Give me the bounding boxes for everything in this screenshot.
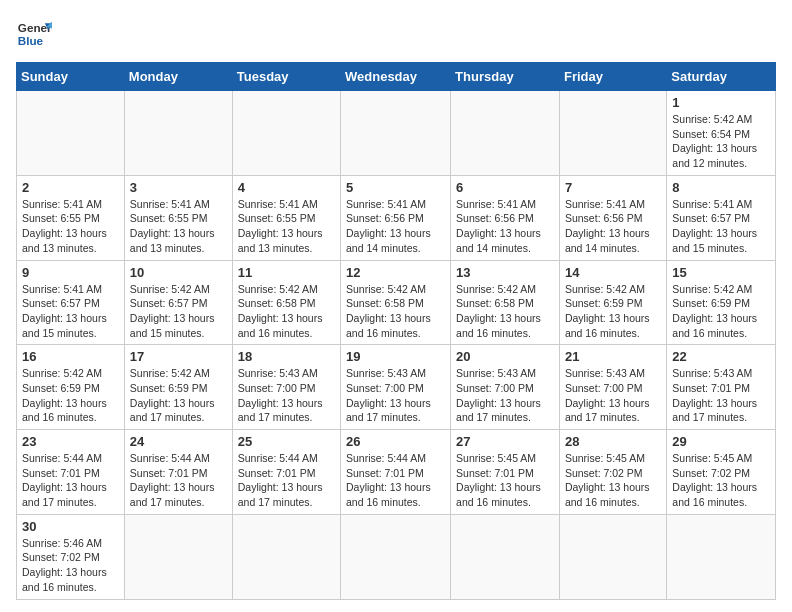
day-info: Sunrise: 5:46 AMSunset: 7:02 PMDaylight:… bbox=[22, 536, 119, 595]
calendar-cell: 1 Sunrise: 5:42 AMSunset: 6:54 PMDayligh… bbox=[667, 91, 776, 176]
day-info: Sunrise: 5:41 AMSunset: 6:57 PMDaylight:… bbox=[22, 282, 119, 341]
calendar-cell: 16 Sunrise: 5:42 AMSunset: 6:59 PMDaylig… bbox=[17, 345, 125, 430]
calendar-cell bbox=[667, 514, 776, 599]
day-info: Sunrise: 5:43 AMSunset: 7:01 PMDaylight:… bbox=[672, 366, 770, 425]
week-row-1: 2 Sunrise: 5:41 AMSunset: 6:55 PMDayligh… bbox=[17, 175, 776, 260]
weekday-header-sunday: Sunday bbox=[17, 63, 125, 91]
day-info: Sunrise: 5:42 AMSunset: 6:58 PMDaylight:… bbox=[346, 282, 445, 341]
calendar-cell bbox=[341, 91, 451, 176]
day-number: 4 bbox=[238, 180, 335, 195]
day-info: Sunrise: 5:44 AMSunset: 7:01 PMDaylight:… bbox=[238, 451, 335, 510]
day-number: 7 bbox=[565, 180, 661, 195]
day-number: 24 bbox=[130, 434, 227, 449]
day-info: Sunrise: 5:44 AMSunset: 7:01 PMDaylight:… bbox=[22, 451, 119, 510]
day-info: Sunrise: 5:45 AMSunset: 7:01 PMDaylight:… bbox=[456, 451, 554, 510]
calendar-cell: 4 Sunrise: 5:41 AMSunset: 6:55 PMDayligh… bbox=[232, 175, 340, 260]
day-number: 23 bbox=[22, 434, 119, 449]
week-row-5: 30 Sunrise: 5:46 AMSunset: 7:02 PMDaylig… bbox=[17, 514, 776, 599]
day-number: 19 bbox=[346, 349, 445, 364]
day-info: Sunrise: 5:43 AMSunset: 7:00 PMDaylight:… bbox=[238, 366, 335, 425]
day-info: Sunrise: 5:41 AMSunset: 6:56 PMDaylight:… bbox=[346, 197, 445, 256]
week-row-3: 16 Sunrise: 5:42 AMSunset: 6:59 PMDaylig… bbox=[17, 345, 776, 430]
day-number: 3 bbox=[130, 180, 227, 195]
day-info: Sunrise: 5:42 AMSunset: 6:54 PMDaylight:… bbox=[672, 112, 770, 171]
day-number: 2 bbox=[22, 180, 119, 195]
day-number: 16 bbox=[22, 349, 119, 364]
svg-text:General: General bbox=[18, 21, 52, 34]
calendar-cell: 27 Sunrise: 5:45 AMSunset: 7:01 PMDaylig… bbox=[451, 430, 560, 515]
weekday-header-wednesday: Wednesday bbox=[341, 63, 451, 91]
weekday-header-friday: Friday bbox=[559, 63, 666, 91]
weekday-header-tuesday: Tuesday bbox=[232, 63, 340, 91]
calendar-cell: 29 Sunrise: 5:45 AMSunset: 7:02 PMDaylig… bbox=[667, 430, 776, 515]
day-info: Sunrise: 5:41 AMSunset: 6:55 PMDaylight:… bbox=[238, 197, 335, 256]
calendar-table: SundayMondayTuesdayWednesdayThursdayFrid… bbox=[16, 62, 776, 600]
day-number: 12 bbox=[346, 265, 445, 280]
day-info: Sunrise: 5:43 AMSunset: 7:00 PMDaylight:… bbox=[456, 366, 554, 425]
day-info: Sunrise: 5:41 AMSunset: 6:55 PMDaylight:… bbox=[22, 197, 119, 256]
calendar-cell: 26 Sunrise: 5:44 AMSunset: 7:01 PMDaylig… bbox=[341, 430, 451, 515]
calendar-cell: 21 Sunrise: 5:43 AMSunset: 7:00 PMDaylig… bbox=[559, 345, 666, 430]
day-number: 28 bbox=[565, 434, 661, 449]
day-number: 21 bbox=[565, 349, 661, 364]
day-info: Sunrise: 5:41 AMSunset: 6:57 PMDaylight:… bbox=[672, 197, 770, 256]
logo-icon: General Blue bbox=[16, 16, 52, 52]
day-info: Sunrise: 5:42 AMSunset: 6:59 PMDaylight:… bbox=[130, 366, 227, 425]
calendar-cell: 15 Sunrise: 5:42 AMSunset: 6:59 PMDaylig… bbox=[667, 260, 776, 345]
week-row-0: 1 Sunrise: 5:42 AMSunset: 6:54 PMDayligh… bbox=[17, 91, 776, 176]
calendar-cell: 10 Sunrise: 5:42 AMSunset: 6:57 PMDaylig… bbox=[124, 260, 232, 345]
day-number: 26 bbox=[346, 434, 445, 449]
day-number: 22 bbox=[672, 349, 770, 364]
day-info: Sunrise: 5:42 AMSunset: 6:57 PMDaylight:… bbox=[130, 282, 227, 341]
day-number: 30 bbox=[22, 519, 119, 534]
calendar-cell: 5 Sunrise: 5:41 AMSunset: 6:56 PMDayligh… bbox=[341, 175, 451, 260]
day-number: 14 bbox=[565, 265, 661, 280]
day-number: 29 bbox=[672, 434, 770, 449]
day-info: Sunrise: 5:44 AMSunset: 7:01 PMDaylight:… bbox=[130, 451, 227, 510]
logo: General Blue bbox=[16, 16, 56, 52]
calendar-cell bbox=[232, 91, 340, 176]
calendar-cell: 23 Sunrise: 5:44 AMSunset: 7:01 PMDaylig… bbox=[17, 430, 125, 515]
day-info: Sunrise: 5:42 AMSunset: 6:59 PMDaylight:… bbox=[22, 366, 119, 425]
calendar-body: 1 Sunrise: 5:42 AMSunset: 6:54 PMDayligh… bbox=[17, 91, 776, 600]
day-number: 6 bbox=[456, 180, 554, 195]
weekday-header-row: SundayMondayTuesdayWednesdayThursdayFrid… bbox=[17, 63, 776, 91]
calendar-cell bbox=[17, 91, 125, 176]
day-info: Sunrise: 5:42 AMSunset: 6:58 PMDaylight:… bbox=[456, 282, 554, 341]
day-info: Sunrise: 5:41 AMSunset: 6:56 PMDaylight:… bbox=[456, 197, 554, 256]
calendar-cell bbox=[124, 91, 232, 176]
day-number: 13 bbox=[456, 265, 554, 280]
calendar-cell: 3 Sunrise: 5:41 AMSunset: 6:55 PMDayligh… bbox=[124, 175, 232, 260]
calendar-cell: 14 Sunrise: 5:42 AMSunset: 6:59 PMDaylig… bbox=[559, 260, 666, 345]
day-info: Sunrise: 5:45 AMSunset: 7:02 PMDaylight:… bbox=[565, 451, 661, 510]
weekday-header-thursday: Thursday bbox=[451, 63, 560, 91]
header: General Blue bbox=[16, 16, 776, 52]
calendar-cell: 8 Sunrise: 5:41 AMSunset: 6:57 PMDayligh… bbox=[667, 175, 776, 260]
calendar-cell bbox=[451, 91, 560, 176]
calendar-cell: 6 Sunrise: 5:41 AMSunset: 6:56 PMDayligh… bbox=[451, 175, 560, 260]
day-number: 17 bbox=[130, 349, 227, 364]
calendar-cell bbox=[451, 514, 560, 599]
day-number: 10 bbox=[130, 265, 227, 280]
day-info: Sunrise: 5:42 AMSunset: 6:59 PMDaylight:… bbox=[565, 282, 661, 341]
weekday-header-saturday: Saturday bbox=[667, 63, 776, 91]
day-number: 20 bbox=[456, 349, 554, 364]
calendar-cell: 20 Sunrise: 5:43 AMSunset: 7:00 PMDaylig… bbox=[451, 345, 560, 430]
calendar-cell: 24 Sunrise: 5:44 AMSunset: 7:01 PMDaylig… bbox=[124, 430, 232, 515]
calendar-cell bbox=[124, 514, 232, 599]
calendar-cell: 13 Sunrise: 5:42 AMSunset: 6:58 PMDaylig… bbox=[451, 260, 560, 345]
day-number: 25 bbox=[238, 434, 335, 449]
day-number: 1 bbox=[672, 95, 770, 110]
day-number: 9 bbox=[22, 265, 119, 280]
day-number: 18 bbox=[238, 349, 335, 364]
calendar-cell bbox=[341, 514, 451, 599]
day-info: Sunrise: 5:45 AMSunset: 7:02 PMDaylight:… bbox=[672, 451, 770, 510]
day-info: Sunrise: 5:41 AMSunset: 6:56 PMDaylight:… bbox=[565, 197, 661, 256]
day-number: 11 bbox=[238, 265, 335, 280]
calendar-cell bbox=[232, 514, 340, 599]
calendar-cell: 11 Sunrise: 5:42 AMSunset: 6:58 PMDaylig… bbox=[232, 260, 340, 345]
calendar-cell: 2 Sunrise: 5:41 AMSunset: 6:55 PMDayligh… bbox=[17, 175, 125, 260]
day-info: Sunrise: 5:41 AMSunset: 6:55 PMDaylight:… bbox=[130, 197, 227, 256]
day-info: Sunrise: 5:42 AMSunset: 6:58 PMDaylight:… bbox=[238, 282, 335, 341]
day-info: Sunrise: 5:43 AMSunset: 7:00 PMDaylight:… bbox=[346, 366, 445, 425]
